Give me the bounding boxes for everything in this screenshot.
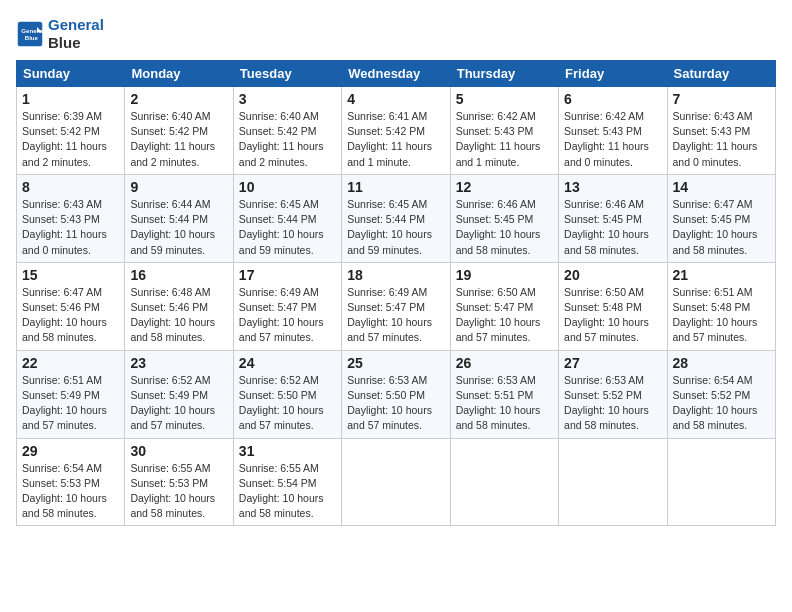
sunset-time: 5:47 PM (277, 301, 316, 313)
sunset-time: 5:47 PM (386, 301, 425, 313)
calendar-cell: 5 Sunrise: 6:42 AM Sunset: 5:43 PM Dayli… (450, 87, 558, 175)
sunset-time: 5:53 PM (169, 477, 208, 489)
sunrise-label: Sunrise: (239, 110, 280, 122)
day-info: Sunrise: 6:53 AM Sunset: 5:51 PM Dayligh… (456, 373, 553, 434)
day-number: 10 (239, 179, 336, 195)
day-info: Sunrise: 6:47 AM Sunset: 5:46 PM Dayligh… (22, 285, 119, 346)
calendar-week-1: 1 Sunrise: 6:39 AM Sunset: 5:42 PM Dayli… (17, 87, 776, 175)
sunrise-time: 6:49 AM (389, 286, 428, 298)
sunrise-label: Sunrise: (673, 374, 714, 386)
weekday-header-wednesday: Wednesday (342, 61, 450, 87)
day-number: 19 (456, 267, 553, 283)
calendar-cell: 25 Sunrise: 6:53 AM Sunset: 5:50 PM Dayl… (342, 350, 450, 438)
sunrise-time: 6:50 AM (606, 286, 645, 298)
sunset-time: 5:50 PM (386, 389, 425, 401)
sunrise-time: 6:45 AM (280, 198, 319, 210)
sunrise-time: 6:40 AM (172, 110, 211, 122)
day-number: 7 (673, 91, 770, 107)
calendar-cell: 23 Sunrise: 6:52 AM Sunset: 5:49 PM Dayl… (125, 350, 233, 438)
sunrise-time: 6:46 AM (497, 198, 536, 210)
sunrise-label: Sunrise: (130, 110, 171, 122)
sunrise-label: Sunrise: (564, 286, 605, 298)
page-header: General Blue General Blue (16, 16, 776, 52)
sunset-label: Sunset: (456, 389, 495, 401)
calendar-cell: 30 Sunrise: 6:55 AM Sunset: 5:53 PM Dayl… (125, 438, 233, 526)
sunrise-time: 6:40 AM (280, 110, 319, 122)
sunset-time: 5:43 PM (494, 125, 533, 137)
day-number: 27 (564, 355, 661, 371)
sunrise-time: 6:51 AM (63, 374, 102, 386)
sunset-label: Sunset: (22, 389, 61, 401)
sunrise-label: Sunrise: (347, 198, 388, 210)
sunset-time: 5:50 PM (277, 389, 316, 401)
calendar-cell: 1 Sunrise: 6:39 AM Sunset: 5:42 PM Dayli… (17, 87, 125, 175)
sunrise-time: 6:44 AM (172, 198, 211, 210)
sunset-label: Sunset: (130, 213, 169, 225)
day-number: 17 (239, 267, 336, 283)
sunrise-time: 6:46 AM (606, 198, 645, 210)
sunrise-label: Sunrise: (22, 286, 63, 298)
sunrise-time: 6:48 AM (172, 286, 211, 298)
sunset-time: 5:45 PM (711, 213, 750, 225)
sunset-label: Sunset: (347, 389, 386, 401)
daylight-label: Daylight: 10 hours and 57 minutes. (239, 316, 324, 343)
calendar-cell (342, 438, 450, 526)
weekday-header-monday: Monday (125, 61, 233, 87)
day-number: 24 (239, 355, 336, 371)
logo: General Blue General Blue (16, 16, 104, 52)
day-info: Sunrise: 6:46 AM Sunset: 5:45 PM Dayligh… (564, 197, 661, 258)
sunset-label: Sunset: (22, 213, 61, 225)
day-number: 23 (130, 355, 227, 371)
daylight-label: Daylight: 10 hours and 57 minutes. (564, 316, 649, 343)
day-number: 8 (22, 179, 119, 195)
sunset-time: 5:42 PM (61, 125, 100, 137)
calendar-cell: 31 Sunrise: 6:55 AM Sunset: 5:54 PM Dayl… (233, 438, 341, 526)
calendar-week-4: 22 Sunrise: 6:51 AM Sunset: 5:49 PM Dayl… (17, 350, 776, 438)
sunset-label: Sunset: (456, 301, 495, 313)
calendar-week-2: 8 Sunrise: 6:43 AM Sunset: 5:43 PM Dayli… (17, 174, 776, 262)
calendar-cell: 20 Sunrise: 6:50 AM Sunset: 5:48 PM Dayl… (559, 262, 667, 350)
sunrise-time: 6:42 AM (497, 110, 536, 122)
day-info: Sunrise: 6:55 AM Sunset: 5:53 PM Dayligh… (130, 461, 227, 522)
sunrise-label: Sunrise: (673, 286, 714, 298)
sunset-label: Sunset: (456, 125, 495, 137)
sunrise-label: Sunrise: (564, 198, 605, 210)
sunrise-time: 6:49 AM (280, 286, 319, 298)
daylight-label: Daylight: 11 hours and 2 minutes. (130, 140, 215, 167)
day-info: Sunrise: 6:51 AM Sunset: 5:48 PM Dayligh… (673, 285, 770, 346)
sunrise-label: Sunrise: (130, 198, 171, 210)
sunset-time: 5:52 PM (603, 389, 642, 401)
daylight-label: Daylight: 11 hours and 0 minutes. (673, 140, 758, 167)
daylight-label: Daylight: 11 hours and 2 minutes. (22, 140, 107, 167)
sunrise-label: Sunrise: (22, 198, 63, 210)
sunset-time: 5:49 PM (169, 389, 208, 401)
daylight-label: Daylight: 10 hours and 58 minutes. (673, 404, 758, 431)
daylight-label: Daylight: 10 hours and 59 minutes. (239, 228, 324, 255)
logo-text: General (48, 16, 104, 34)
sunset-label: Sunset: (673, 213, 712, 225)
sunrise-time: 6:53 AM (497, 374, 536, 386)
day-info: Sunrise: 6:43 AM Sunset: 5:43 PM Dayligh… (22, 197, 119, 258)
sunset-label: Sunset: (22, 125, 61, 137)
sunset-time: 5:44 PM (386, 213, 425, 225)
sunset-label: Sunset: (564, 125, 603, 137)
sunrise-label: Sunrise: (22, 110, 63, 122)
weekday-header-row: SundayMondayTuesdayWednesdayThursdayFrid… (17, 61, 776, 87)
day-info: Sunrise: 6:44 AM Sunset: 5:44 PM Dayligh… (130, 197, 227, 258)
sunrise-time: 6:39 AM (63, 110, 102, 122)
sunset-time: 5:44 PM (277, 213, 316, 225)
sunrise-time: 6:43 AM (63, 198, 102, 210)
sunset-time: 5:45 PM (603, 213, 642, 225)
sunset-label: Sunset: (347, 301, 386, 313)
calendar-table: SundayMondayTuesdayWednesdayThursdayFrid… (16, 60, 776, 526)
calendar-cell: 27 Sunrise: 6:53 AM Sunset: 5:52 PM Dayl… (559, 350, 667, 438)
daylight-label: Daylight: 11 hours and 2 minutes. (239, 140, 324, 167)
day-info: Sunrise: 6:42 AM Sunset: 5:43 PM Dayligh… (564, 109, 661, 170)
weekday-header-saturday: Saturday (667, 61, 775, 87)
sunset-time: 5:42 PM (386, 125, 425, 137)
day-number: 11 (347, 179, 444, 195)
daylight-label: Daylight: 10 hours and 57 minutes. (347, 404, 432, 431)
sunset-label: Sunset: (673, 301, 712, 313)
sunset-time: 5:43 PM (603, 125, 642, 137)
day-number: 22 (22, 355, 119, 371)
